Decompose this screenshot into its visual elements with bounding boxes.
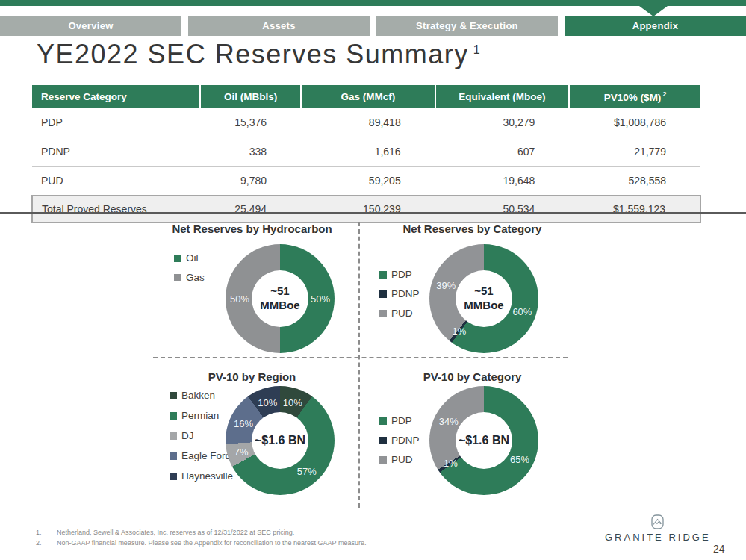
table-row: PDNP3381,61660721,779	[32, 137, 700, 167]
donut-center-label: ~51MMBoe	[456, 270, 512, 327]
table-cell: $1,008,786	[569, 108, 700, 137]
legend-item: PUD	[379, 308, 420, 319]
legend-swatch	[379, 456, 387, 464]
legend-item: Gas	[174, 272, 205, 283]
table-cell: 528,558	[569, 167, 700, 196]
legend-swatch	[170, 392, 177, 399]
chart-legend: BakkenPermianDJEagle FordHaynesville	[170, 390, 233, 491]
table-cell: PDNP	[32, 137, 200, 167]
donut-chart: ~$1.6 BN 65%1%34%	[429, 386, 538, 495]
legend-swatch	[170, 452, 177, 460]
tab-appendix[interactable]: Appendix	[565, 16, 746, 36]
footnote-text: Netherland, Sewell & Associates, Inc. re…	[57, 529, 294, 536]
donut-center-text: ~51	[474, 284, 493, 299]
slice-percent-label: 34%	[439, 416, 459, 427]
column-header-pv10: PV10% ($M)2	[569, 85, 700, 108]
column-header-equivalent: Equivalent (Mboe)	[435, 85, 570, 108]
table-cell: 150,239	[301, 196, 435, 223]
active-tab-pointer-icon	[639, 6, 668, 16]
chart-legend: PDPPDNPPUD	[379, 269, 420, 327]
footnote-text: Non-GAAP financial measure. Please see t…	[57, 539, 366, 547]
dashed-horizontal-separator	[153, 357, 568, 358]
table-cell: 59,205	[301, 167, 435, 196]
legend-swatch	[174, 255, 181, 262]
table-cell: PUD	[32, 167, 200, 196]
slice-percent-label: 1%	[452, 325, 466, 336]
chart-net-reserves-by-hydrocarbon: Net Reserves by Hydrocarbon OilGas ~51MM…	[146, 220, 358, 357]
tab-overview[interactable]: Overview	[0, 16, 181, 36]
chart-pv10-by-category: PV-10 by Category PDPPDNPPUD ~$1.6 BN 65…	[366, 364, 579, 508]
slice-percent-label: 16%	[234, 418, 253, 429]
legend-label: PDP	[391, 415, 412, 426]
table-row: PUD9,78059,20519,648528,558	[32, 167, 700, 196]
legend-label: Gas	[186, 272, 205, 283]
page-number: 24	[713, 543, 725, 555]
table-row: PDP15,37689,41830,279$1,008,786	[32, 108, 700, 137]
footnote-1: 1.Netherland, Sewell & Associates, Inc. …	[36, 528, 366, 538]
footnote-number: 1.	[36, 528, 57, 538]
chart-title: PV-10 by Category	[366, 370, 579, 383]
donut-center-text: MMBoe	[464, 299, 503, 313]
donut-chart: ~51MMBoe 50%50%	[226, 244, 335, 353]
slice-percent-label: 57%	[297, 465, 317, 476]
reserves-table: Reserve Category Oil (MBbls) Gas (MMcf) …	[31, 85, 701, 223]
legend-item: Permian	[170, 410, 233, 421]
chart-legend: OilGas	[174, 252, 205, 291]
legend-item: DJ	[170, 430, 233, 441]
granite-ridge-logo-icon	[651, 514, 664, 529]
legend-item: Oil	[174, 252, 205, 264]
chart-title: PV-10 by Region	[146, 370, 358, 383]
legend-label: PUD	[391, 454, 413, 465]
legend-item: PDNP	[379, 288, 420, 299]
donut-center-text: ~$1.6 BN	[255, 433, 305, 448]
legend-label: Bakken	[181, 390, 215, 401]
table-cell: PDP	[32, 108, 200, 137]
table-cell: Total Proved Reserves	[32, 196, 200, 223]
table-cell: 50,534	[435, 196, 570, 223]
slide: OverviewAssetsStrategy & ExecutionAppend…	[0, 0, 746, 560]
donut-center-label: ~$1.6 BN	[252, 412, 308, 469]
legend-label: PDP	[391, 269, 412, 280]
slice-percent-label: 39%	[436, 279, 456, 290]
legend-swatch	[170, 432, 177, 440]
title-superscript: 1	[473, 43, 481, 56]
slice-percent-label: 10%	[258, 396, 277, 408]
pv10-superscript: 2	[662, 90, 666, 98]
chart-title: Net Reserves by Hydrocarbon	[146, 223, 358, 235]
legend-label: Eagle Ford	[181, 450, 231, 461]
table-cell: $1,559,123	[569, 196, 700, 223]
table-cell: 607	[435, 137, 570, 167]
slice-percent-label: 65%	[510, 453, 529, 464]
legend-swatch	[379, 271, 387, 279]
table-cell: 19,648	[435, 167, 570, 196]
donut-chart: ~$1.6 BN 10%57%7%16%10%	[226, 386, 335, 495]
chart-legend: PDPPDNPPUD	[379, 415, 420, 473]
top-accent-bar	[0, 0, 746, 6]
legend-swatch	[379, 437, 387, 444]
legend-item: Bakken	[170, 390, 233, 401]
tab-strategy-execution[interactable]: Strategy & Execution	[376, 16, 558, 36]
slice-percent-label: 1%	[444, 458, 458, 469]
slice-percent-label: 50%	[311, 293, 330, 305]
table-cell: 338	[200, 137, 301, 167]
legend-swatch	[170, 473, 177, 480]
tab-assets[interactable]: Assets	[188, 16, 370, 36]
column-header-gas: Gas (MMcf)	[301, 85, 435, 108]
legend-swatch	[379, 310, 387, 317]
donut-center-text: ~$1.6 BN	[459, 433, 509, 448]
legend-item: PDP	[379, 269, 420, 280]
chart-title: Net Reserves by Category	[366, 223, 579, 235]
legend-swatch	[379, 417, 387, 425]
table-header-row: Reserve Category Oil (MBbls) Gas (MMcf) …	[32, 85, 700, 108]
legend-item: Eagle Ford	[170, 450, 233, 461]
table-cell: 15,376	[200, 108, 301, 137]
legend-label: Oil	[186, 252, 199, 264]
legend-item: PUD	[379, 454, 420, 465]
table-cell: 21,779	[569, 137, 700, 167]
donut-center-label: ~$1.6 BN	[456, 412, 512, 469]
legend-swatch	[170, 412, 177, 420]
donut-center-label: ~51MMBoe	[252, 270, 308, 327]
legend-label: PDNP	[391, 435, 420, 446]
table-cell: 30,279	[435, 108, 570, 137]
granite-ridge-logo-text: GRANITE RIDGE	[605, 532, 709, 543]
